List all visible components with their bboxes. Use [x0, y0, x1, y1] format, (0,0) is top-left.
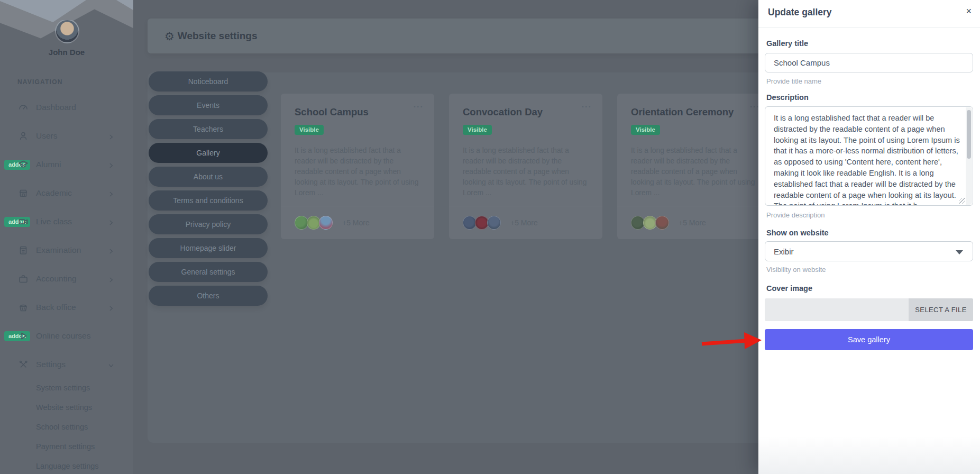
tab-terms-and-conditions[interactable]: Terms and conditions	[149, 190, 268, 211]
tab-general-settings[interactable]: General settings	[149, 262, 268, 282]
building-icon	[18, 188, 29, 198]
gallery-title-label: Gallery title	[766, 39, 808, 48]
sidebar-item-dashboard[interactable]: Dashboard	[0, 93, 133, 122]
status-badge: Visible	[631, 125, 660, 135]
description-textarea[interactable]: It is a long established fact that a rea…	[765, 106, 973, 206]
avatar	[487, 216, 501, 230]
chevron-right-icon	[108, 161, 114, 168]
chevron-right-icon	[108, 276, 114, 282]
chevron-right-icon	[108, 218, 114, 225]
avatar-group	[463, 216, 501, 230]
textarea-scrollbar[interactable]	[966, 107, 972, 205]
sidebar-item-accounting[interactable]: Accounting	[0, 265, 133, 293]
gallery-card-description: It is a long established fact that a rea…	[631, 145, 757, 198]
show-on-website-helper: Visibility on website	[766, 266, 826, 274]
cover-image-file-input[interactable]: SELECT A FILE	[765, 298, 973, 321]
avatar	[319, 216, 333, 230]
gallery-card-footer: +5 More	[463, 216, 538, 230]
video-camera-icon	[18, 216, 29, 227]
sidebar-item-label: Back office	[36, 303, 76, 312]
sidebar-item-label: Live class	[36, 217, 72, 226]
scrollbar-thumb[interactable]	[967, 110, 971, 159]
sidebar-item-label: Online courses	[36, 331, 90, 341]
show-on-website-label: Show on website	[766, 229, 829, 237]
tab-teachers[interactable]: Teachers	[149, 119, 268, 139]
gallery-card: ... School Campus Visible It is a long e…	[281, 94, 434, 239]
gallery-card-title: Orientation Ceremony	[631, 106, 757, 118]
card-menu-icon[interactable]: ...	[414, 100, 424, 110]
drawer-divider	[758, 28, 980, 28]
sidebar-subitem-language-settings[interactable]: Language settings	[0, 456, 133, 474]
gallery-card: ... Orientation Ceremony Visible It is a…	[617, 94, 771, 239]
tab-privacy-policy[interactable]: Privacy policy	[149, 214, 268, 234]
more-count-label[interactable]: +5 More	[342, 218, 370, 227]
resize-handle-icon[interactable]	[959, 198, 965, 204]
tab-events[interactable]: Events	[149, 95, 268, 115]
update-gallery-drawer: Update gallery × Gallery title Provide t…	[758, 0, 980, 474]
basket-icon	[18, 302, 29, 313]
settings-submenu: System settings Website settings School …	[0, 378, 133, 474]
gallery-title-helper: Provide title name	[766, 77, 821, 85]
chevron-right-icon	[108, 133, 114, 139]
gallery-card-footer: +5 More	[631, 216, 706, 230]
users-icon	[18, 131, 29, 141]
chevron-down-icon	[108, 361, 114, 368]
gallery-card-footer: +5 More	[295, 216, 370, 230]
sidebar-item-alumni[interactable]: Alumni addon	[0, 150, 133, 179]
tab-about-us[interactable]: About us	[149, 167, 268, 187]
status-badge: Visible	[295, 125, 324, 135]
sidebar-nav: Dashboard Users Alumni addon Academic Li…	[0, 93, 133, 379]
more-count-label[interactable]: +5 More	[679, 218, 706, 227]
sidebar: John Doe NAVIGATION Dashboard Users Alum…	[0, 0, 133, 474]
website-settings-menu: Noticeboard Events Teachers Gallery Abou…	[149, 71, 268, 306]
card-divider	[617, 206, 771, 206]
close-icon[interactable]: ×	[966, 6, 972, 16]
gallery-title-input[interactable]	[765, 53, 973, 72]
gallery-card-title: School Campus	[295, 106, 420, 118]
sidebar-item-back-office[interactable]: Back office	[0, 293, 133, 322]
tab-homepage-slider[interactable]: Homepage slider	[149, 238, 268, 258]
sidebar-subitem-payment-settings[interactable]: Payment settings	[0, 436, 133, 456]
gallery-card: ... Convocation Day Visible It is a long…	[449, 94, 602, 239]
gallery-card-description: It is a long established fact that a rea…	[295, 145, 420, 198]
tab-gallery[interactable]: Gallery	[149, 143, 268, 163]
select-file-button[interactable]: SELECT A FILE	[909, 298, 973, 321]
sidebar-item-label: Examination	[36, 245, 81, 255]
gear-icon: ⚙	[164, 31, 175, 42]
tab-others[interactable]: Others	[149, 286, 268, 306]
show-on-website-select[interactable]: Exibir	[765, 241, 973, 261]
description-text: It is a long established fact that a rea…	[774, 113, 960, 206]
sidebar-item-online-courses[interactable]: Online courses addon	[0, 322, 133, 350]
sidebar-subitem-system-settings[interactable]: System settings	[0, 378, 133, 397]
more-count-label[interactable]: +5 More	[510, 218, 538, 227]
gallery-card-title: Convocation Day	[463, 106, 589, 118]
sidebar-item-label: Accounting	[36, 274, 77, 284]
chevron-right-icon	[108, 247, 114, 253]
dashboard-icon	[18, 102, 29, 113]
caret-down-icon	[956, 250, 963, 254]
tab-noticeboard[interactable]: Noticeboard	[149, 71, 268, 92]
user-name: John Doe	[0, 48, 133, 57]
sidebar-item-live-class[interactable]: Live class addon	[0, 207, 133, 236]
clipboard-icon	[18, 245, 29, 256]
sidebar-item-settings[interactable]: Settings	[0, 350, 133, 379]
sidebar-item-academic[interactable]: Academic	[0, 179, 133, 207]
description-helper: Provide description	[766, 211, 825, 219]
sidebar-item-label: Settings	[36, 360, 66, 369]
graduation-cap-icon	[18, 159, 29, 170]
sidebar-item-label: Users	[36, 131, 57, 141]
sidebar-item-users[interactable]: Users	[0, 122, 133, 150]
card-menu-icon[interactable]: ...	[582, 100, 592, 110]
tools-icon	[18, 359, 29, 370]
cover-image-label: Cover image	[766, 284, 812, 293]
page-title: Website settings	[178, 30, 258, 42]
sidebar-subitem-school-settings[interactable]: School settings	[0, 417, 133, 436]
avatar	[55, 19, 79, 43]
briefcase-icon	[18, 274, 29, 284]
save-gallery-button[interactable]: Save gallery	[765, 329, 973, 350]
drawer-title: Update gallery	[768, 7, 832, 18]
status-badge: Visible	[463, 125, 492, 135]
avatar-group	[631, 216, 669, 230]
sidebar-subitem-website-settings[interactable]: Website settings	[0, 397, 133, 417]
sidebar-item-examination[interactable]: Examination	[0, 236, 133, 265]
